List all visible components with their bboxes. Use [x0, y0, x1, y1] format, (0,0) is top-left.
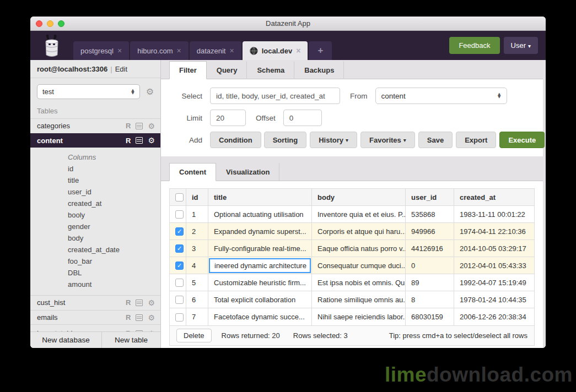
row-checkbox[interactable]	[175, 296, 184, 304]
close-tab-icon[interactable]: ×	[229, 47, 234, 55]
column-item[interactable]: body	[30, 232, 160, 244]
offset-input[interactable]	[283, 110, 322, 126]
app-window: Datazenit App postgresql × hiburo.com	[30, 17, 546, 348]
close-tab-icon[interactable]: ×	[176, 47, 181, 55]
table-row[interactable]: 1 Optional actuating utilisation Invento…	[170, 206, 535, 223]
new-database-button[interactable]: New database	[30, 332, 102, 348]
table-row[interactable]: 3 Fully-configurable real-time... Eaque …	[170, 240, 535, 257]
column-item[interactable]: gender	[30, 221, 160, 232]
column-item[interactable]: amount	[30, 279, 160, 290]
row-checkbox[interactable]	[175, 279, 184, 287]
new-tab-button[interactable]: +	[309, 41, 332, 60]
structure-icon[interactable]	[136, 314, 143, 321]
table-row[interactable]: 7 Facetoface dynamic succe... Nihil saep…	[170, 308, 535, 325]
refresh-icon[interactable]: R	[126, 122, 131, 130]
refresh-icon[interactable]: R	[126, 313, 131, 322]
chevron-down-icon: ▾	[403, 137, 406, 143]
sidebar-item-categories[interactable]: categories R ⚙	[30, 118, 160, 133]
table-row[interactable]: 5 Customizable heuristic firm... Est ips…	[170, 274, 535, 291]
from-label: From	[350, 92, 368, 100]
save-button[interactable]: Save	[418, 132, 453, 148]
table-row[interactable]: 2 Expanded dynamic superst... Corporis e…	[170, 223, 535, 240]
select-all-checkbox[interactable]	[175, 193, 184, 202]
add-condition-button[interactable]: Condition	[210, 132, 261, 148]
limit-input[interactable]	[210, 110, 246, 126]
results-table: id title body user_id created_at 1 Optio…	[169, 188, 535, 326]
sidebar-item-cust-hist[interactable]: cust_hist R ⚙	[30, 295, 160, 310]
table-row[interactable]: 4 ineered dynamic architecture Consequat…	[170, 257, 535, 274]
new-table-button[interactable]: New table	[102, 336, 160, 344]
minimize-window-button[interactable]	[47, 20, 53, 27]
cell-edit-input[interactable]: ineered dynamic architecture	[209, 258, 311, 273]
gear-icon[interactable]: ⚙	[148, 299, 155, 307]
tab-postgresql[interactable]: postgresql ×	[73, 41, 129, 60]
tab-hiburo[interactable]: hiburo.com ×	[130, 41, 189, 60]
column-item[interactable]: title	[30, 175, 160, 186]
column-item[interactable]: created_at_date	[30, 244, 160, 255]
offset-label: Offset	[256, 114, 276, 122]
column-item[interactable]: foo_bar	[30, 255, 160, 267]
column-header-created-at[interactable]: created_at	[454, 189, 535, 206]
rows-returned-stat: Rows returned: 20	[222, 331, 280, 340]
tab-backups[interactable]: Backups	[294, 61, 344, 79]
column-header-user-id[interactable]: user_id	[406, 189, 454, 206]
column-item[interactable]: booly	[30, 209, 160, 221]
watermark-domain: download.com	[427, 363, 573, 386]
structure-icon[interactable]	[136, 123, 143, 129]
database-gear-icon[interactable]: ⚙	[146, 88, 154, 96]
refresh-icon[interactable]: R	[126, 137, 131, 145]
column-item[interactable]: id	[30, 163, 160, 175]
tab-content[interactable]: Content	[169, 163, 216, 181]
sidebar-item-emails[interactable]: emails R ⚙	[30, 310, 160, 325]
tip-text: Tip: press cmd+a to select/deselect all …	[389, 331, 527, 340]
edit-connection-link[interactable]: Edit	[115, 65, 127, 73]
tab-datazenit[interactable]: datazenit ×	[190, 41, 241, 60]
structure-icon[interactable]	[136, 300, 143, 306]
feedback-button[interactable]: Feedback	[449, 37, 499, 54]
tab-filter[interactable]: Filter	[169, 61, 207, 79]
add-sorting-button[interactable]: Sorting	[264, 132, 307, 148]
tab-schema[interactable]: Schema	[247, 61, 294, 79]
column-header-body[interactable]: body	[312, 189, 406, 206]
close-tab-icon[interactable]: ×	[296, 47, 300, 55]
history-dropdown-button[interactable]: History▾	[310, 132, 357, 148]
select-columns-input[interactable]	[210, 88, 340, 104]
gear-icon[interactable]: ⚙	[148, 137, 155, 144]
sidebar-item-content[interactable]: content R ⚙	[30, 133, 160, 148]
close-window-button[interactable]	[36, 20, 42, 27]
zoom-window-button[interactable]	[58, 20, 64, 27]
database-select[interactable]: test ▲▼	[37, 84, 140, 99]
execute-button[interactable]: Execute	[499, 132, 545, 148]
row-checkbox[interactable]	[175, 244, 184, 253]
connection-info: root@localhost:3306 | Edit	[30, 60, 160, 78]
table-row[interactable]: 6 Total explicit collaboration Ratione s…	[170, 291, 535, 308]
tab-local-dev[interactable]: local.dev ×	[243, 41, 308, 60]
limit-label: Limit	[169, 114, 202, 122]
row-checkbox[interactable]	[175, 313, 184, 322]
query-tabs: Filter Query Schema Backups	[161, 60, 543, 79]
export-button[interactable]: Export	[456, 132, 496, 148]
sidebar-item-partial[interactable]: import_table R ⚙	[30, 324, 160, 331]
structure-icon[interactable]	[136, 137, 143, 144]
from-table-select[interactable]: content ▲▼	[375, 88, 507, 104]
row-checkbox[interactable]	[175, 227, 184, 236]
column-item[interactable]: created_at	[30, 198, 160, 209]
column-item[interactable]: DBL	[30, 267, 160, 279]
close-tab-icon[interactable]: ×	[117, 47, 122, 55]
column-header-title[interactable]: title	[208, 189, 312, 206]
column-header-id[interactable]: id	[186, 189, 208, 206]
favorites-dropdown-button[interactable]: Favorites▾	[360, 132, 415, 148]
delete-button[interactable]: Delete	[176, 329, 212, 342]
gear-icon[interactable]: ⚙	[148, 314, 155, 322]
gear-icon[interactable]: ⚙	[148, 122, 155, 130]
refresh-icon[interactable]: R	[126, 298, 131, 307]
chevron-down-icon: ▾	[528, 43, 531, 49]
row-checkbox[interactable]	[175, 210, 184, 219]
tab-query[interactable]: Query	[207, 61, 247, 79]
user-menu-button[interactable]: User▾	[504, 37, 538, 54]
column-item[interactable]: user_id	[30, 186, 160, 198]
tab-visualization[interactable]: Visualization	[216, 163, 279, 181]
result-tabs: Content Visualization	[161, 162, 543, 181]
navbar-actions: Feedback User▾	[449, 37, 546, 54]
row-checkbox[interactable]	[175, 262, 184, 270]
